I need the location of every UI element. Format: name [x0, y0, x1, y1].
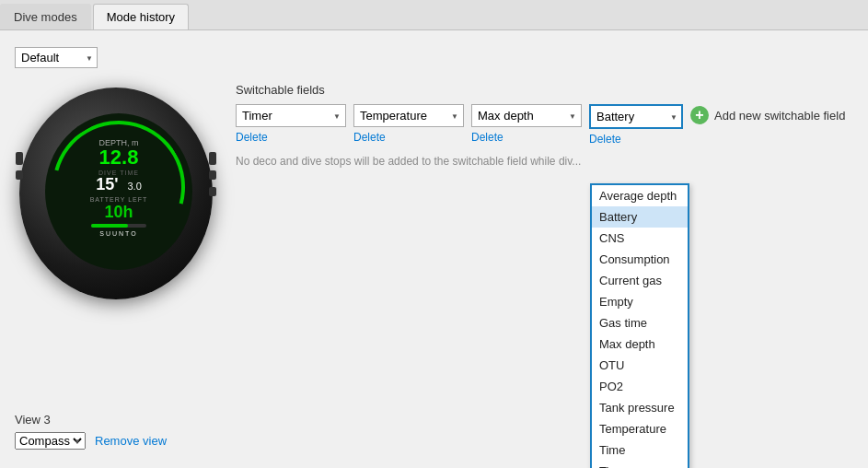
field-select-3-wrapper[interactable]: Max depth — [471, 104, 582, 127]
watch-crown-right — [209, 152, 216, 165]
dropdown-item-temperature[interactable]: Temperature — [592, 418, 688, 439]
dropdown-item-consumption[interactable]: Consumption — [592, 249, 688, 270]
watch-area: DEPTH, m 12.8 DIVE TIME 15' 3.0 BATTERY … — [15, 83, 853, 304]
field-group-3: Max depth Delete — [471, 104, 582, 144]
dropdown-item-po2[interactable]: PO2 — [592, 376, 688, 397]
watch-image: DEPTH, m 12.8 DIVE TIME 15' 3.0 BATTERY … — [15, 83, 217, 304]
default-select-wrapper[interactable]: Default OC CC Gauge Apnea — [15, 47, 98, 68]
dropdown-item-current-gas[interactable]: Current gas — [592, 270, 688, 291]
remove-view-link[interactable]: Remove view — [95, 434, 167, 448]
field-select-2-wrapper[interactable]: Temperature — [353, 104, 464, 127]
field-select-3[interactable]: Max depth — [471, 104, 582, 127]
battery-dropdown-list: Average depth Battery CNS Consumption Cu… — [590, 183, 689, 468]
delete-field-1[interactable]: Delete — [236, 131, 346, 144]
watch-crown2 — [16, 170, 23, 180]
dropdown-item-average-depth[interactable]: Average depth — [592, 185, 688, 206]
dropdown-item-tank-pressure[interactable]: Tank pressure — [592, 397, 688, 418]
watch-crown — [16, 152, 23, 165]
battery-select-wrapper[interactable]: Battery — [589, 104, 683, 129]
view-row: Compass Depth Dive time Remove view — [15, 432, 167, 450]
content-area: Default OC CC Gauge Apnea — [0, 30, 868, 313]
view-label: View 3 — [15, 413, 167, 427]
tab-mode-history[interactable]: Mode history — [93, 4, 189, 29]
switchable-fields-label: Switchable fields — [236, 83, 853, 97]
view-select-wrapper[interactable]: Compass Depth Dive time — [15, 432, 86, 450]
field-group-1: Timer Delete — [236, 104, 346, 144]
delete-field-2[interactable]: Delete — [353, 131, 464, 144]
view-select[interactable]: Compass Depth Dive time — [15, 432, 86, 450]
field-select-1[interactable]: Timer — [236, 104, 346, 127]
watch-arc — [45, 113, 192, 270]
dropdown-item-time[interactable]: Time — [592, 439, 688, 461]
field-group-4: Battery Delete — [589, 104, 683, 146]
tab-dive-modes[interactable]: Dive modes — [0, 4, 91, 29]
delete-field-4[interactable]: Delete — [589, 133, 683, 146]
watch-crown-right3 — [209, 187, 216, 196]
dropdown-item-gas-time[interactable]: Gas time — [592, 312, 688, 333]
dropdown-item-empty[interactable]: Empty — [592, 291, 688, 312]
watch-body: DEPTH, m 12.8 DIVE TIME 15' 3.0 BATTERY … — [19, 88, 213, 299]
view-section: View 3 Compass Depth Dive time Remove vi… — [15, 413, 167, 450]
dropdown-item-timer[interactable]: Timer — [592, 461, 688, 468]
battery-select[interactable]: Battery — [589, 104, 683, 129]
dropdown-item-cns[interactable]: CNS — [592, 228, 688, 249]
watch-crown-right2 — [209, 170, 216, 180]
field-select-2[interactable]: Temperature — [353, 104, 464, 127]
add-label: Add new switchable field — [714, 109, 845, 123]
tabs-bar: Dive modes Mode history — [0, 0, 868, 30]
main-container: Dive modes Mode history Default OC CC Ga… — [0, 0, 868, 468]
add-new-button[interactable]: + Add new switchable field — [690, 106, 845, 124]
dropdown-item-battery[interactable]: Battery — [592, 206, 688, 228]
dropdown-item-max-depth[interactable]: Max depth — [592, 333, 688, 355]
delete-field-3[interactable]: Delete — [471, 131, 582, 144]
dropdown-item-otu[interactable]: OTU — [592, 355, 688, 376]
field-select-1-wrapper[interactable]: Timer — [236, 104, 346, 127]
fields-area: Switchable fields Timer Delete — [217, 83, 853, 168]
add-icon: + — [690, 106, 709, 124]
watch-screen: DEPTH, m 12.8 DIVE TIME 15' 3.0 BATTERY … — [45, 113, 192, 270]
default-select[interactable]: Default OC CC Gauge Apnea — [15, 47, 98, 68]
default-select-group: Default OC CC Gauge Apnea — [15, 47, 853, 68]
field-group-2: Temperature Delete — [353, 104, 464, 144]
info-text: No deco and dive stops will be added to … — [236, 155, 604, 168]
